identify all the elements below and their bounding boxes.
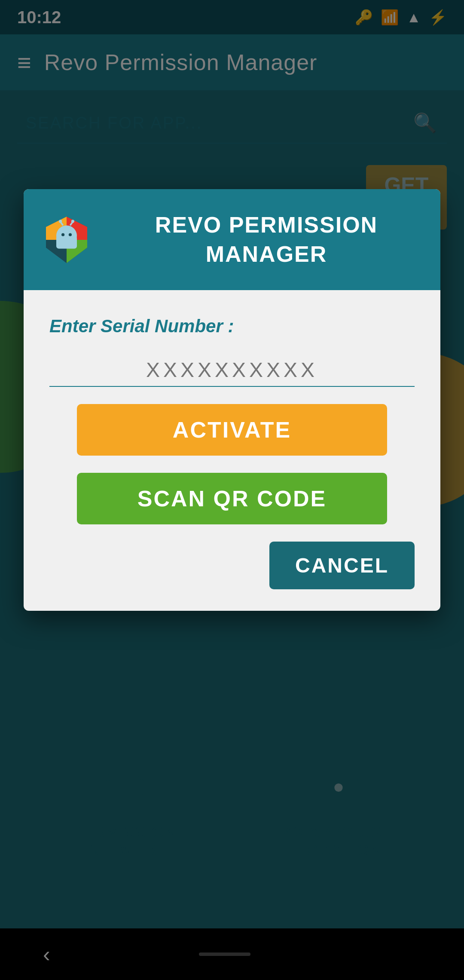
- dialog-app-title: REVO PERMISSION MANAGER: [110, 211, 423, 269]
- svg-point-11: [69, 233, 72, 236]
- svg-point-10: [61, 233, 64, 236]
- serial-number-label: Enter Serial Number :: [49, 316, 234, 337]
- svg-point-14: [59, 220, 62, 223]
- activation-dialog: REVO PERMISSION MANAGER Enter Serial Num…: [24, 189, 440, 611]
- dialog-body: Enter Serial Number : ACTIVATE SCAN QR C…: [24, 290, 440, 611]
- scan-qr-button[interactable]: SCAN QR CODE: [77, 473, 388, 524]
- svg-point-15: [71, 220, 74, 223]
- app-logo: [41, 214, 92, 266]
- serial-number-input[interactable]: [49, 354, 415, 387]
- activate-button[interactable]: ACTIVATE: [77, 404, 388, 456]
- cancel-button[interactable]: CANCEL: [269, 542, 415, 589]
- dialog-header: REVO PERMISSION MANAGER: [24, 189, 440, 290]
- svg-rect-9: [56, 236, 77, 248]
